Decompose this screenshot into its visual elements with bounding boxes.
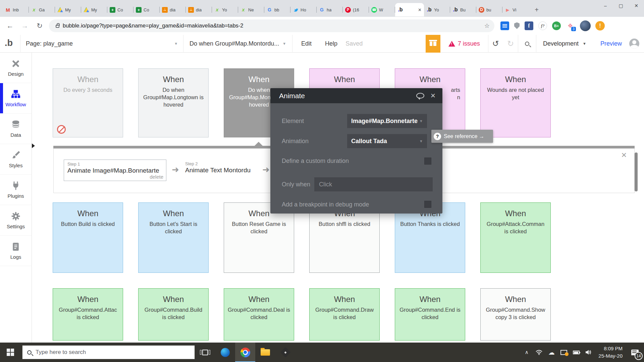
browser-tab[interactable]: Gbb	[264, 3, 290, 16]
taskbar-app-explorer[interactable]	[255, 343, 275, 362]
bubble-logo[interactable]: .b	[0, 38, 20, 50]
workflow-event-card[interactable]: WhenGroup#Command.Draw is clicked	[309, 288, 380, 341]
taskbar-app-inkscape[interactable]	[275, 343, 296, 362]
workflow-event-card[interactable]: WhenWounds are not placed yet	[480, 68, 551, 137]
step-delete-link[interactable]: delete	[150, 174, 163, 180]
printer-extension-icon[interactable]	[500, 21, 509, 30]
sidebar-item-design[interactable]: Design	[0, 53, 32, 83]
bplus-extension-icon[interactable]: B+	[552, 21, 561, 30]
step-2-card[interactable]: Step 2 Animate Text Montordu	[185, 161, 251, 174]
sidebar-item-data[interactable]: Data	[0, 114, 32, 144]
edit-menu[interactable]: Edit	[292, 40, 320, 47]
redo-button[interactable]: ↻	[503, 39, 518, 48]
tab-close-icon[interactable]: ✕	[418, 7, 422, 12]
browser-tab[interactable]: P(16	[343, 3, 369, 16]
sidebar-item-styles[interactable]: Styles	[0, 144, 32, 175]
workflow-event-card[interactable]: WhenGroup#Command.Attac is clicked	[53, 288, 123, 341]
browser-profile-avatar[interactable]	[580, 20, 591, 31]
only-when-input[interactable]: Click	[314, 177, 433, 191]
taskbar-app-chrome[interactable]	[235, 343, 255, 362]
see-reference-button[interactable]: ? See reference →	[431, 130, 493, 143]
workflow-event-card[interactable]: WhenDo when Group#Map.Longtown is hovere…	[138, 68, 209, 137]
animate-modal-header[interactable]: Animate ✕	[270, 88, 442, 103]
workflow-event-card[interactable]: WhenGroup#Attack.Comman is clicked	[480, 202, 551, 273]
maximize-button[interactable]: ▢	[613, 0, 629, 11]
browser-tab[interactable]: ▶Vi	[502, 3, 529, 16]
bookmark-star-icon[interactable]: ☆	[484, 22, 490, 29]
font-extension-icon[interactable]: f?	[538, 21, 547, 30]
browser-tab[interactable]: xNe	[238, 3, 264, 16]
workflow-event-card[interactable]: WhenGroup#Command.Deal is clicked	[224, 288, 294, 341]
start-button[interactable]	[0, 343, 21, 362]
vertical-scrollbar-thumb[interactable]	[635, 153, 638, 191]
address-bar[interactable]: bubble.io/page?type=page&name=play_game&…	[49, 19, 494, 32]
browser-tab[interactable]: ∴dia	[160, 3, 186, 16]
sidebar-item-settings[interactable]: Settings	[0, 205, 32, 236]
browser-tab[interactable]: My	[81, 3, 107, 16]
workflow-event-card[interactable]: WhenButton Build is clicked	[53, 202, 123, 273]
reload-button[interactable]: ↻	[35, 22, 44, 30]
animation-dropdown[interactable]: Callout Tada ▼	[347, 134, 427, 148]
workflow-event-card[interactable]: WhenButton Let's Start is clicked	[138, 202, 209, 273]
environment-dropdown[interactable]: Development ▼	[536, 40, 593, 47]
page-selector-dropdown[interactable]: Page: play_game ▼	[20, 35, 183, 52]
puzzle-extension-icon[interactable]: ❖3	[566, 21, 575, 30]
browser-tab[interactable]: xGa	[29, 3, 55, 16]
onedrive-cloud-icon[interactable]: ☁	[546, 349, 556, 356]
back-button[interactable]: ←	[5, 22, 15, 30]
minimize-button[interactable]: –	[598, 0, 613, 11]
browser-tab[interactable]: .bBu	[450, 3, 476, 16]
browser-tab[interactable]: Dbu	[476, 3, 502, 16]
element-dropdown[interactable]: Image#Map.Bonnetarte ▼	[347, 114, 427, 128]
event-selector-dropdown[interactable]: Do when Group#Map.Montordu... ▼	[183, 35, 292, 52]
breakpoint-checkbox[interactable]	[424, 201, 431, 208]
account-avatar[interactable]	[629, 39, 639, 49]
new-tab-button[interactable]: +	[532, 5, 541, 14]
browser-tab[interactable]: ☎W	[369, 3, 395, 16]
browser-tab-active[interactable]: .b✕	[395, 3, 424, 16]
notification-center-button[interactable]: 14	[626, 343, 644, 362]
workflow-event-card[interactable]: WhenGroup#Command.Show copy 3 is clicked	[480, 288, 551, 341]
tray-chevron-icon[interactable]: ∧	[522, 349, 532, 355]
display-sync-icon[interactable]	[559, 350, 569, 355]
forward-button[interactable]: →	[20, 22, 30, 30]
sidebar-item-plugins[interactable]: Plugins	[0, 175, 32, 205]
sidebar-item-logs[interactable]: Logs	[0, 236, 32, 266]
update-warning-icon[interactable]: !	[595, 21, 605, 31]
close-button[interactable]: ✕	[629, 0, 644, 11]
help-menu[interactable]: Help	[320, 40, 342, 47]
browser-tab[interactable]: MInb	[3, 3, 29, 16]
step-panel-close-icon[interactable]: ✕	[621, 151, 627, 159]
taskbar-app-edge[interactable]	[215, 343, 235, 362]
workflow-event-card[interactable]: WhenDo every 3 seconds	[53, 68, 123, 137]
battery-icon[interactable]	[571, 351, 581, 354]
undo-button[interactable]: ↺	[488, 39, 503, 48]
sidebar-expander-icon[interactable]	[32, 143, 35, 148]
wifi-icon[interactable]	[534, 350, 544, 355]
browser-tab[interactable]: +Co	[133, 3, 160, 16]
gift-button[interactable]	[426, 35, 440, 53]
workflow-event-card[interactable]: WhenGroup#Command.Build is clicked	[138, 288, 209, 341]
comment-bubble-icon[interactable]	[416, 93, 424, 99]
facebook-extension-icon[interactable]: f	[525, 21, 533, 30]
modal-close-icon[interactable]: ✕	[430, 92, 436, 100]
browser-tab[interactable]: My	[55, 3, 81, 16]
issues-indicator[interactable]: 7 issues	[440, 40, 488, 47]
volume-icon[interactable]	[584, 350, 594, 355]
browser-tab[interactable]: .bYo	[424, 3, 450, 16]
browser-tab[interactable]: Ho	[290, 3, 317, 16]
task-view-button[interactable]	[195, 343, 215, 362]
taskbar-clock[interactable]: 8:09 PM 25-May-20	[598, 345, 623, 360]
preview-button[interactable]: Preview	[593, 40, 629, 47]
browser-tab[interactable]: +Co	[107, 3, 133, 16]
browser-tab[interactable]: Gha	[317, 3, 343, 16]
sidebar-item-workflow[interactable]: Workflow	[0, 83, 32, 114]
browser-tab[interactable]: ∴dia	[186, 3, 212, 16]
browser-tab[interactable]: xYo	[212, 3, 238, 16]
taskbar-search-input[interactable]: Type here to search	[22, 345, 195, 359]
workflow-event-card[interactable]: WhenGroup#Command.End is clicked	[395, 288, 465, 341]
custom-duration-checkbox[interactable]	[424, 158, 431, 165]
shield-extension-icon[interactable]	[514, 22, 520, 29]
search-icon[interactable]	[525, 42, 529, 46]
step-1-card[interactable]: Step 1 Animate Image#Map.Bonnetarte dele…	[64, 160, 166, 181]
